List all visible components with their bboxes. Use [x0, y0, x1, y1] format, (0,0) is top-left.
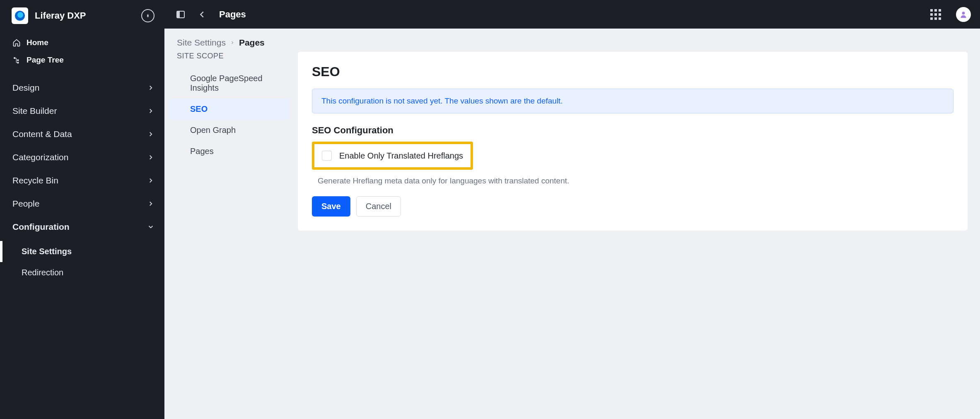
svg-rect-3: [17, 62, 19, 64]
scope-item-pages[interactable]: Pages: [169, 141, 290, 162]
scope-item-open-graph[interactable]: Open Graph: [169, 120, 290, 141]
scope-item-label: Pages: [190, 147, 214, 156]
section-title: SEO Configuration: [312, 125, 953, 136]
nav-section-label: People: [12, 199, 39, 209]
svg-rect-5: [177, 11, 180, 18]
scope-item-label: Google PageSpeed Insights: [190, 74, 263, 92]
nav-section-recycle-bin[interactable]: Recycle Bin: [0, 169, 164, 192]
svg-point-6: [962, 12, 965, 14]
sidebar: Liferay DXP Home Page Tree Design Site B…: [0, 0, 164, 419]
liferay-logo-icon: [15, 11, 25, 21]
scope-item-seo[interactable]: SEO: [169, 99, 290, 120]
svg-marker-0: [147, 14, 149, 18]
svg-rect-2: [17, 60, 19, 61]
cancel-button[interactable]: Cancel: [356, 196, 401, 217]
chevron-right-icon: [230, 40, 235, 45]
cancel-button-label: Cancel: [366, 202, 391, 211]
panel-toggle-button[interactable]: [174, 7, 188, 22]
nav-section-label: Configuration: [12, 222, 70, 232]
nav-page-tree-label: Page Tree: [27, 55, 64, 65]
button-row: Save Cancel: [312, 196, 953, 217]
svg-rect-1: [14, 57, 15, 59]
main: Pages Site Settings Pages SITE SCOPE Goo…: [164, 0, 980, 419]
app-launcher-button[interactable]: [930, 9, 941, 20]
user-avatar[interactable]: [956, 7, 971, 22]
app-title: Liferay DXP: [35, 10, 135, 21]
chevron-right-icon: [147, 200, 154, 207]
save-button-label: Save: [321, 202, 341, 211]
chevron-right-icon: [147, 107, 154, 115]
nav-section-label: Recycle Bin: [12, 176, 58, 185]
grid-dot-icon: [930, 9, 933, 12]
subitem-label: Redirection: [22, 268, 63, 277]
home-icon: [12, 39, 21, 47]
nav-section-categorization[interactable]: Categorization: [0, 146, 164, 169]
compass-icon: [145, 12, 151, 19]
nav-section-design[interactable]: Design: [0, 76, 164, 99]
scope-item-pagespeed[interactable]: Google PageSpeed Insights: [169, 68, 290, 99]
back-button[interactable]: [195, 7, 209, 22]
compass-button[interactable]: [141, 9, 154, 22]
subitem-site-settings[interactable]: Site Settings: [0, 241, 164, 262]
chevron-right-icon: [147, 130, 154, 138]
chevron-down-icon: [147, 223, 154, 231]
breadcrumb: Site Settings Pages: [164, 29, 980, 52]
nav-page-tree[interactable]: Page Tree: [0, 51, 164, 69]
nav-top: Home Page Tree: [0, 31, 164, 76]
nav-section-configuration[interactable]: Configuration: [0, 215, 164, 238]
tree-icon: [12, 56, 21, 64]
scope-item-label: SEO: [190, 104, 208, 113]
chevron-right-icon: [147, 177, 154, 184]
subitem-label: Site Settings: [22, 247, 72, 256]
nav-home[interactable]: Home: [0, 34, 164, 51]
panel-title: SEO: [312, 64, 953, 79]
chevron-right-icon: [147, 84, 154, 92]
nav-section-people[interactable]: People: [0, 192, 164, 215]
topbar: Pages: [164, 0, 980, 29]
chevron-left-icon: [198, 10, 207, 19]
checkbox-label: Enable Only Translated Hreflangs: [339, 151, 463, 161]
scope-item-label: Open Graph: [190, 125, 236, 135]
nav-home-label: Home: [27, 38, 48, 47]
nav-section-label: Categorization: [12, 152, 68, 162]
app-logo[interactable]: [12, 7, 28, 24]
nav-section-content-data[interactable]: Content & Data: [0, 123, 164, 146]
breadcrumb-current: Pages: [239, 38, 265, 48]
nav-section-label: Content & Data: [12, 129, 72, 139]
help-text: Generate Hreflang meta data only for lan…: [318, 176, 953, 185]
settings-card: SEO This configuration is not saved yet.…: [298, 52, 968, 231]
user-icon: [959, 10, 968, 19]
topbar-title: Pages: [219, 9, 246, 20]
panel-left-icon: [176, 10, 186, 19]
chevron-right-icon: [147, 154, 154, 161]
nav-section-label: Design: [12, 83, 39, 93]
subitem-redirection[interactable]: Redirection: [0, 262, 164, 283]
sidebar-header: Liferay DXP: [0, 0, 164, 31]
save-button[interactable]: Save: [312, 196, 350, 217]
nav-section-site-builder[interactable]: Site Builder: [0, 99, 164, 123]
breadcrumb-parent[interactable]: Site Settings: [177, 38, 226, 48]
scope-heading: SITE SCOPE: [164, 52, 295, 68]
nav-section-label: Site Builder: [12, 106, 57, 116]
scope-nav: SITE SCOPE Google PageSpeed Insights SEO…: [164, 52, 295, 419]
highlighted-checkbox-row: Enable Only Translated Hreflangs: [312, 142, 473, 170]
info-banner: This configuration is not saved yet. The…: [312, 89, 953, 113]
config-subitems: Site Settings Redirection: [0, 238, 164, 283]
enable-hreflangs-checkbox[interactable]: [322, 151, 332, 161]
